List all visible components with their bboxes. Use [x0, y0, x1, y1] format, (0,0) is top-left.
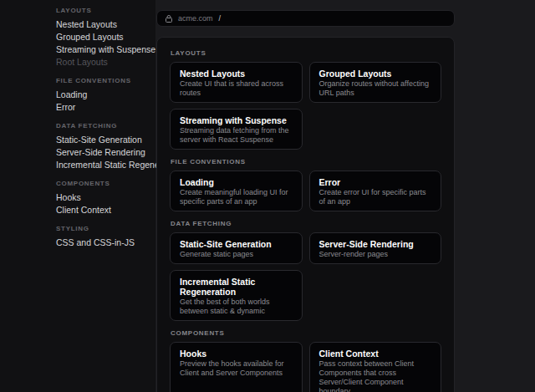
card-description: Preview the hooks available for Client a… — [180, 359, 293, 378]
card-static-site-generation[interactable]: Static-Site Generation Generate static p… — [170, 232, 303, 264]
card-description: Create error UI for specific parts of an… — [319, 188, 432, 206]
sidebar-item-error[interactable]: Error — [56, 101, 149, 114]
card-grouped-layouts[interactable]: Grouped Layouts Organize routes without … — [309, 62, 442, 103]
sidebar-section-label: COMPONENTS — [56, 180, 149, 187]
card-title: Static-Site Generation — [180, 239, 293, 249]
card-nested-layouts[interactable]: Nested Layouts Create UI that is shared … — [170, 62, 303, 103]
section-file-conventions: FILE CONVENTIONS Loading Create meaningf… — [170, 158, 441, 211]
sidebar-item-hooks[interactable]: Hooks — [56, 191, 149, 204]
card-server-side-rendering[interactable]: Server-Side Rendering Server-render page… — [309, 232, 442, 264]
card-streaming-with-suspense[interactable]: Streaming with Suspense Streaming data f… — [170, 109, 303, 150]
sidebar-item-streaming-with-suspense[interactable]: Streaming with Suspense — [56, 43, 149, 56]
card-title: Incremental Static Regeneration — [180, 277, 293, 297]
sidebar-item-grouped-layouts[interactable]: Grouped Layouts — [56, 31, 149, 43]
card-title: Grouped Layouts — [319, 69, 432, 79]
url-domain: acme.com — [178, 14, 213, 23]
content-panel: LAYOUTS Nested Layouts Create UI that is… — [156, 37, 455, 392]
sidebar-section-components: COMPONENTS Hooks Client Context — [56, 180, 149, 216]
sidebar-item-nested-layouts[interactable]: Nested Layouts — [56, 18, 149, 31]
sidebar-section-data-fetching: DATA FETCHING Static-Site Generation Ser… — [56, 122, 149, 171]
sidebar: LAYOUTS Nested Layouts Grouped Layouts S… — [0, 0, 155, 392]
card-title: Nested Layouts — [180, 69, 293, 79]
card-loading[interactable]: Loading Create meaningful loading UI for… — [170, 171, 303, 211]
card-title: Client Context — [319, 349, 432, 359]
sidebar-item-client-context[interactable]: Client Context — [56, 204, 149, 216]
sidebar-section-styling: STYLING CSS and CSS-in-JS — [56, 225, 149, 249]
section-label: COMPONENTS — [171, 329, 441, 337]
card-description: Streaming data fetching from the server … — [180, 126, 293, 145]
card-grid: Static-Site Generation Generate static p… — [170, 232, 441, 321]
card-description: Pass context between Client Components t… — [319, 359, 432, 392]
sidebar-item-incremental-static-regeneration[interactable]: Incremental Static Regeneration — [56, 159, 149, 171]
card-title: Loading — [180, 177, 293, 187]
section-label: DATA FETCHING — [171, 220, 441, 227]
card-grid: Loading Create meaningful loading UI for… — [170, 171, 441, 211]
card-grid: Hooks Preview the hooks available for Cl… — [170, 342, 441, 392]
lock-icon — [166, 15, 172, 23]
sidebar-section-layouts: LAYOUTS Nested Layouts Grouped Layouts S… — [56, 7, 149, 69]
sidebar-section-file-conventions: FILE CONVENTIONS Loading Error — [56, 77, 149, 114]
sidebar-item-server-side-rendering[interactable]: Server-Side Rendering — [56, 146, 149, 159]
sidebar-item-loading[interactable]: Loading — [56, 89, 149, 101]
card-client-context[interactable]: Client Context Pass context between Clie… — [309, 342, 442, 392]
card-error[interactable]: Error Create error UI for specific parts… — [309, 171, 442, 211]
address-bar: acme.com / — [156, 10, 455, 27]
card-description: Organize routes without affecting URL pa… — [319, 79, 432, 98]
card-title: Server-Side Rendering — [319, 239, 432, 249]
card-title: Hooks — [180, 349, 293, 359]
section-label: FILE CONVENTIONS — [171, 158, 441, 165]
card-description: Generate static pages — [180, 250, 293, 259]
sidebar-item-static-site-generation[interactable]: Static-Site Generation — [56, 134, 149, 146]
url-path: / — [219, 14, 222, 23]
section-layouts: LAYOUTS Nested Layouts Create UI that is… — [170, 49, 441, 150]
card-description: Create meaningful loading UI for specifi… — [180, 188, 293, 206]
card-title: Streaming with Suspense — [180, 115, 293, 125]
card-description: Get the best of both worlds between stat… — [180, 298, 293, 316]
sidebar-item-root-layouts: Root Layouts — [56, 56, 149, 69]
sidebar-section-label: FILE CONVENTIONS — [56, 77, 149, 84]
section-label: LAYOUTS — [171, 49, 441, 57]
section-data-fetching: DATA FETCHING Static-Site Generation Gen… — [170, 220, 441, 321]
card-description: Create UI that is shared across routes — [180, 79, 293, 98]
app-window: LAYOUTS Nested Layouts Grouped Layouts S… — [0, 0, 535, 392]
section-components: COMPONENTS Hooks Preview the hooks avail… — [170, 329, 441, 392]
sidebar-item-css-and-css-in-js[interactable]: CSS and CSS-in-JS — [56, 237, 149, 249]
card-description: Server-render pages — [319, 250, 432, 259]
card-grid: Nested Layouts Create UI that is shared … — [170, 62, 441, 150]
card-incremental-static-regeneration[interactable]: Incremental Static Regeneration Get the … — [170, 270, 303, 321]
sidebar-section-label: LAYOUTS — [56, 7, 149, 14]
sidebar-section-label: STYLING — [56, 225, 149, 232]
card-title: Error — [319, 177, 432, 187]
sidebar-section-label: DATA FETCHING — [56, 122, 149, 130]
card-hooks[interactable]: Hooks Preview the hooks available for Cl… — [170, 342, 303, 392]
